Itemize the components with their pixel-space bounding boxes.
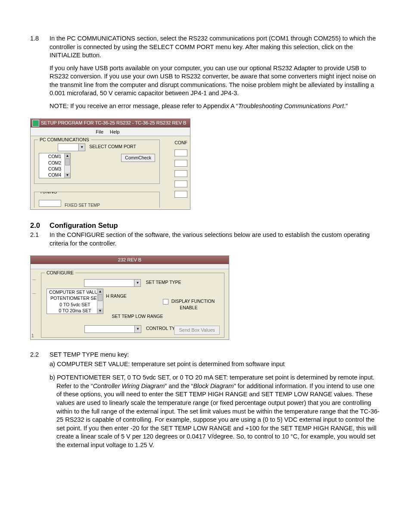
set-temp-type-label: SET TEMP TYPE: [146, 279, 181, 285]
num-2-2: 2.2: [30, 351, 50, 449]
para-2-1: 2.1 In the CONFIGURE section of the soft…: [30, 231, 381, 248]
item-a: a) COMPUTER SET VALUE: temperature set p…: [50, 360, 381, 369]
left-tick: [32, 280, 36, 280]
fixed-temp-input[interactable]: [39, 200, 61, 207]
set-temp-low-range-label: SET TEMP LOW RANGE: [56, 313, 219, 319]
temp-type-option[interactable]: 0 TO 5vdc SET: [47, 302, 103, 308]
comm-port-listbox[interactable]: COM1 COM2 COM3 COM4 ▲ ▼: [39, 153, 71, 178]
heading-num: 2.0: [30, 221, 50, 230]
h-range-label: H RANGE: [106, 293, 127, 299]
menu-help[interactable]: Help: [110, 129, 120, 134]
scroll-up-icon[interactable]: ▲: [97, 289, 103, 294]
right-col: CONF: [170, 140, 187, 201]
temp-type-option[interactable]: 0 TO 20ma SET: [47, 308, 103, 314]
fixed-set-temp-label: FIXED SET TEMP: [65, 202, 100, 208]
chevron-down-icon[interactable]: ▼: [134, 280, 140, 286]
para-2-2: 2.2 SET TEMP TYPE menu key: a) COMPUTER …: [30, 351, 381, 449]
temp-type-option[interactable]: COMPUTER SET VALUE: [47, 289, 103, 295]
figure-2: 232 REV B 1 CONFIGURE ▼ SET TEMP TYPE CO…: [30, 255, 381, 340]
scrollbar[interactable]: ▲ ▼: [97, 289, 103, 314]
window-title-1: SETUP PROGRAM FOR TC-36-25 RS232 - TC-36…: [41, 120, 186, 126]
app-window-2: 232 REV B 1 CONFIGURE ▼ SET TEMP TYPE CO…: [30, 255, 229, 340]
txt-2-1: In the CONFIGURE section of the software…: [50, 231, 381, 248]
control-type-dropdown[interactable]: ▼: [84, 325, 141, 333]
send-box-values-button[interactable]: Send Box Values: [174, 326, 220, 335]
scroll-up-icon[interactable]: ▲: [65, 153, 70, 159]
chevron-down-icon[interactable]: ▼: [78, 144, 85, 151]
b-tail: ” for additional information. If you int…: [56, 383, 380, 448]
b-italic-1: Controller Wiring Diagram: [93, 383, 165, 389]
set-temp-type-dropdown[interactable]: ▼: [84, 279, 141, 287]
left-tick: [32, 293, 36, 294]
conf-box-3[interactable]: [174, 170, 187, 177]
temp-type-option[interactable]: POTENTIOMETER SET: [47, 295, 103, 301]
note-lead: NOTE: If you receive an error message, p…: [50, 103, 238, 109]
lead-2-2: SET TEMP TYPE menu key:: [50, 351, 381, 359]
select-comm-port-label: SELECT COMM PORT: [89, 143, 136, 149]
scroll-thumb[interactable]: [65, 159, 70, 165]
display-enable-checkbox[interactable]: [163, 299, 168, 305]
note-tail: .”: [344, 103, 348, 109]
b-italic-2: Block Diagram: [193, 383, 234, 389]
num-1-8: 1.8: [30, 34, 50, 60]
menubar: File Help: [31, 128, 190, 137]
app-window-1: SETUP PROGRAM FOR TC-36-25 RS232 - TC-36…: [30, 118, 190, 210]
figure-1: SETUP PROGRAM FOR TC-36-25 RS232 - TC-36…: [30, 118, 381, 210]
num-2-1: 2.1: [30, 231, 50, 248]
note-italic: Troubleshooting Communications Port: [238, 103, 344, 109]
conf-box-5[interactable]: [174, 191, 187, 198]
commcheck-button[interactable]: CommCheck: [121, 154, 155, 162]
heading-title: Configuration Setup: [50, 221, 118, 229]
display-enable-label: DISPLAY FUNCTION ENABLE: [171, 299, 215, 310]
toolbar-strip: [31, 264, 229, 269]
para-1-8: 1.8 In the PC COMMUNICATIONS section, se…: [30, 34, 381, 60]
left-num: 1: [31, 333, 34, 339]
group-configure-title: CONFIGURE: [45, 270, 75, 276]
chevron-down-icon[interactable]: ▼: [134, 326, 141, 333]
set-temp-type-listbox[interactable]: COMPUTER SET VALUE POTENTIOMETER SET 0 T…: [47, 289, 103, 314]
group-pc-comm: PC COMMUNICATIONS ▼ SELECT COMM PORT COM…: [34, 140, 160, 184]
group-tuning-title: TUNING: [38, 192, 59, 195]
menu-file[interactable]: File: [96, 129, 103, 134]
heading-2-0: 2.0Configuration Setup: [30, 221, 381, 230]
scroll-thumb[interactable]: [98, 294, 103, 301]
scroll-down-icon[interactable]: ▼: [65, 173, 70, 178]
b-mid: ” and the “: [165, 383, 193, 389]
conf-box-1[interactable]: [174, 149, 187, 156]
group-pc-title: PC COMMUNICATIONS: [38, 137, 91, 143]
display-enable-row: DISPLAY FUNCTION ENABLE: [159, 298, 219, 311]
scroll-down-icon[interactable]: ▼: [97, 308, 103, 314]
conf-label: CONF: [170, 140, 187, 146]
conf-box-4[interactable]: [174, 180, 187, 187]
titlebar-1: SETUP PROGRAM FOR TC-36-25 RS232 - TC-36…: [31, 119, 190, 128]
app-icon: [32, 120, 39, 127]
scrollbar[interactable]: ▲ ▼: [64, 153, 70, 178]
conf-box-2[interactable]: [174, 160, 187, 167]
txt-1-8: In the PC COMMUNICATIONS section, select…: [50, 34, 381, 60]
comm-port-dropdown[interactable]: ▼: [58, 143, 85, 151]
para-1-8b: If you only have USB ports available on …: [50, 64, 381, 98]
para-note: NOTE: If you receive an error message, p…: [50, 102, 381, 111]
group-configure: CONFIGURE ▼ SET TEMP TYPE COMPUTER SET V…: [41, 273, 224, 338]
group-tuning: TUNING FIXED SET TEMP: [34, 192, 160, 208]
item-b: b) POTENTIOMETER SET, 0 TO 5vdc SET, or …: [50, 373, 381, 449]
titlebar-2: 232 REV B: [31, 256, 229, 264]
